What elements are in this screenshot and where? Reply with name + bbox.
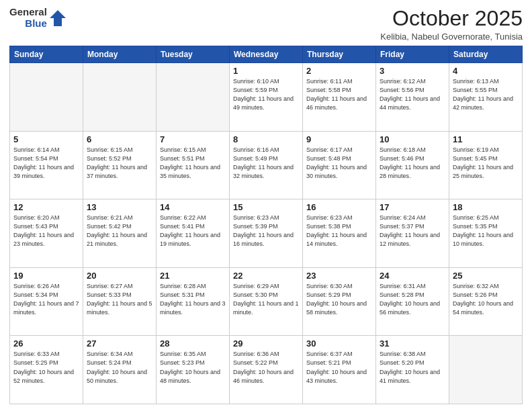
- day-info: Sunrise: 6:30 AM Sunset: 5:29 PM Dayligh…: [306, 282, 372, 317]
- day-number: 3: [380, 66, 445, 76]
- day-info: Sunrise: 6:34 AM Sunset: 5:24 PM Dayligh…: [87, 350, 152, 385]
- day-info: Sunrise: 6:14 AM Sunset: 5:54 PM Dayligh…: [13, 146, 79, 181]
- day-number: 12: [13, 202, 79, 212]
- col-sunday: Sunday: [10, 46, 83, 63]
- table-row: 1Sunrise: 6:10 AM Sunset: 5:59 PM Daylig…: [230, 63, 303, 132]
- day-info: Sunrise: 6:24 AM Sunset: 5:37 PM Dayligh…: [380, 214, 445, 248]
- table-row: 8Sunrise: 6:16 AM Sunset: 5:49 PM Daylig…: [230, 131, 303, 199]
- title-area: October 2025 Kelibia, Nabeul Governorate…: [380, 7, 523, 42]
- day-number: 2: [306, 66, 372, 76]
- table-row: 18Sunrise: 6:25 AM Sunset: 5:35 PM Dayli…: [449, 199, 523, 268]
- day-info: Sunrise: 6:17 AM Sunset: 5:48 PM Dayligh…: [306, 146, 372, 181]
- calendar-header-row: Sunday Monday Tuesday Wednesday Thursday…: [10, 46, 523, 63]
- header: General Blue October 2025 Kelibia, Nabeu…: [9, 7, 523, 42]
- day-number: 7: [160, 134, 226, 144]
- table-row: 27Sunrise: 6:34 AM Sunset: 5:24 PM Dayli…: [83, 336, 157, 404]
- day-number: 16: [306, 202, 372, 212]
- day-info: Sunrise: 6:18 AM Sunset: 5:46 PM Dayligh…: [380, 146, 445, 181]
- day-info: Sunrise: 6:26 AM Sunset: 5:34 PM Dayligh…: [13, 282, 79, 317]
- logo-blue-part: Blue: [25, 18, 47, 30]
- table-row: 11Sunrise: 6:19 AM Sunset: 5:45 PM Dayli…: [449, 131, 523, 199]
- col-tuesday: Tuesday: [157, 46, 230, 63]
- day-number: 25: [453, 271, 519, 281]
- calendar-week-row: 12Sunrise: 6:20 AM Sunset: 5:43 PM Dayli…: [10, 199, 523, 268]
- day-number: 1: [233, 66, 299, 76]
- day-info: Sunrise: 6:32 AM Sunset: 5:26 PM Dayligh…: [453, 282, 519, 317]
- table-row: 10Sunrise: 6:18 AM Sunset: 5:46 PM Dayli…: [376, 131, 449, 199]
- day-info: Sunrise: 6:25 AM Sunset: 5:35 PM Dayligh…: [453, 214, 519, 248]
- table-row: 3Sunrise: 6:12 AM Sunset: 5:56 PM Daylig…: [376, 63, 449, 132]
- day-number: 19: [13, 271, 79, 281]
- day-info: Sunrise: 6:29 AM Sunset: 5:30 PM Dayligh…: [233, 282, 299, 317]
- col-wednesday: Wednesday: [230, 46, 303, 63]
- day-number: 24: [380, 271, 445, 281]
- table-row: 23Sunrise: 6:30 AM Sunset: 5:29 PM Dayli…: [303, 267, 376, 336]
- day-number: 15: [233, 202, 299, 212]
- table-row: 2Sunrise: 6:11 AM Sunset: 5:58 PM Daylig…: [303, 63, 376, 132]
- day-info: Sunrise: 6:20 AM Sunset: 5:43 PM Dayligh…: [13, 214, 79, 248]
- logo-arrow-icon: [48, 9, 67, 28]
- table-row: [449, 336, 523, 404]
- table-row: [83, 63, 157, 132]
- day-number: 22: [233, 271, 299, 281]
- svg-marker-0: [50, 10, 66, 26]
- day-number: 29: [233, 338, 299, 349]
- day-number: 31: [380, 338, 445, 349]
- logo: General Blue: [9, 7, 67, 29]
- table-row: 5Sunrise: 6:14 AM Sunset: 5:54 PM Daylig…: [10, 131, 83, 199]
- table-row: 26Sunrise: 6:33 AM Sunset: 5:25 PM Dayli…: [10, 336, 83, 404]
- day-info: Sunrise: 6:28 AM Sunset: 5:31 PM Dayligh…: [160, 282, 226, 317]
- day-number: 11: [453, 134, 519, 144]
- table-row: 24Sunrise: 6:31 AM Sunset: 5:28 PM Dayli…: [376, 267, 449, 336]
- day-info: Sunrise: 6:16 AM Sunset: 5:49 PM Dayligh…: [233, 146, 299, 181]
- day-number: 5: [13, 134, 79, 144]
- day-number: 17: [380, 202, 445, 212]
- table-row: 28Sunrise: 6:35 AM Sunset: 5:23 PM Dayli…: [157, 336, 230, 404]
- calendar-week-row: 19Sunrise: 6:26 AM Sunset: 5:34 PM Dayli…: [10, 267, 523, 336]
- day-number: 18: [453, 202, 519, 212]
- day-number: 30: [306, 338, 372, 349]
- day-number: 9: [306, 134, 372, 144]
- calendar-week-row: 26Sunrise: 6:33 AM Sunset: 5:25 PM Dayli…: [10, 336, 523, 404]
- day-info: Sunrise: 6:31 AM Sunset: 5:28 PM Dayligh…: [380, 282, 445, 317]
- day-info: Sunrise: 6:27 AM Sunset: 5:33 PM Dayligh…: [87, 282, 152, 317]
- day-info: Sunrise: 6:21 AM Sunset: 5:42 PM Dayligh…: [87, 214, 152, 248]
- day-number: 10: [380, 134, 445, 144]
- table-row: 29Sunrise: 6:36 AM Sunset: 5:22 PM Dayli…: [230, 336, 303, 404]
- day-info: Sunrise: 6:22 AM Sunset: 5:41 PM Dayligh…: [160, 214, 226, 248]
- table-row: 22Sunrise: 6:29 AM Sunset: 5:30 PM Dayli…: [230, 267, 303, 336]
- table-row: 6Sunrise: 6:15 AM Sunset: 5:52 PM Daylig…: [83, 131, 157, 199]
- month-title: October 2025: [380, 7, 523, 30]
- col-monday: Monday: [83, 46, 157, 63]
- table-row: 4Sunrise: 6:13 AM Sunset: 5:55 PM Daylig…: [449, 63, 523, 132]
- table-row: [157, 63, 230, 132]
- table-row: 17Sunrise: 6:24 AM Sunset: 5:37 PM Dayli…: [376, 199, 449, 268]
- day-info: Sunrise: 6:35 AM Sunset: 5:23 PM Dayligh…: [160, 350, 226, 385]
- day-number: 23: [306, 271, 372, 281]
- table-row: 9Sunrise: 6:17 AM Sunset: 5:48 PM Daylig…: [303, 131, 376, 199]
- day-info: Sunrise: 6:38 AM Sunset: 5:20 PM Dayligh…: [380, 350, 445, 385]
- day-info: Sunrise: 6:23 AM Sunset: 5:38 PM Dayligh…: [306, 214, 372, 248]
- day-number: 27: [87, 338, 152, 349]
- day-info: Sunrise: 6:12 AM Sunset: 5:56 PM Dayligh…: [380, 77, 445, 112]
- day-info: Sunrise: 6:10 AM Sunset: 5:59 PM Dayligh…: [233, 77, 299, 112]
- table-row: 20Sunrise: 6:27 AM Sunset: 5:33 PM Dayli…: [83, 267, 157, 336]
- col-friday: Friday: [376, 46, 449, 63]
- day-info: Sunrise: 6:11 AM Sunset: 5:58 PM Dayligh…: [306, 77, 372, 112]
- table-row: 12Sunrise: 6:20 AM Sunset: 5:43 PM Dayli…: [10, 199, 83, 268]
- day-number: 8: [233, 134, 299, 144]
- day-info: Sunrise: 6:19 AM Sunset: 5:45 PM Dayligh…: [453, 146, 519, 181]
- logo-general-part: General: [9, 7, 47, 18]
- col-thursday: Thursday: [303, 46, 376, 63]
- table-row: 30Sunrise: 6:37 AM Sunset: 5:21 PM Dayli…: [303, 336, 376, 404]
- day-number: 28: [160, 338, 226, 349]
- col-saturday: Saturday: [449, 46, 523, 63]
- table-row: 7Sunrise: 6:15 AM Sunset: 5:51 PM Daylig…: [157, 131, 230, 199]
- day-info: Sunrise: 6:36 AM Sunset: 5:22 PM Dayligh…: [233, 350, 299, 385]
- table-row: 21Sunrise: 6:28 AM Sunset: 5:31 PM Dayli…: [157, 267, 230, 336]
- calendar-table: Sunday Monday Tuesday Wednesday Thursday…: [9, 46, 523, 404]
- day-info: Sunrise: 6:33 AM Sunset: 5:25 PM Dayligh…: [13, 350, 79, 385]
- page: General Blue October 2025 Kelibia, Nabeu…: [0, 0, 532, 411]
- day-number: 26: [13, 338, 79, 349]
- table-row: 14Sunrise: 6:22 AM Sunset: 5:41 PM Dayli…: [157, 199, 230, 268]
